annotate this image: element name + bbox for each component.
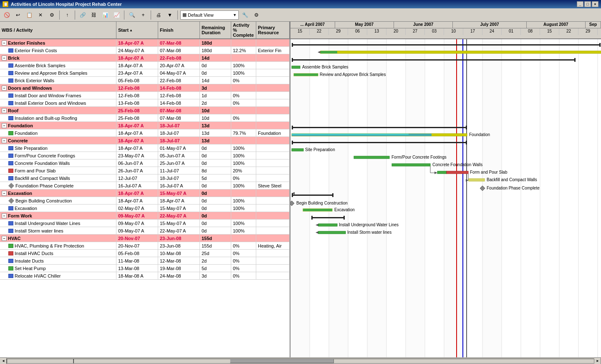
row-hvac-ducts[interactable]: Install HVAC Ducts 05-Feb-08 10-Mar-08 2… xyxy=(0,250,290,257)
horizontal-scrollbar[interactable]: ◄ ► xyxy=(0,357,601,364)
expand-formwork[interactable]: − xyxy=(2,213,7,218)
arrow-icon[interactable]: ↑ xyxy=(62,10,72,20)
plus-icon[interactable]: + xyxy=(138,10,148,20)
copy-icon[interactable]: 📋 xyxy=(24,10,34,20)
expand-roof[interactable]: − xyxy=(2,108,7,113)
expand-concrete[interactable]: − xyxy=(2,138,7,143)
delete-icon[interactable]: ✕ xyxy=(35,10,45,20)
wbs-excavation-task: Excavation xyxy=(0,205,116,212)
pct-formwork xyxy=(231,212,256,219)
expand-excavation[interactable]: − xyxy=(2,191,7,196)
maximize-button[interactable]: □ xyxy=(584,1,591,7)
finish-brick-walls: 22-Feb-08 xyxy=(158,77,200,84)
finish-found-complete: 16-Jul-07 A xyxy=(158,182,200,189)
unlink-icon[interactable]: ⛓ xyxy=(89,10,99,20)
row-exterior-doors[interactable]: Install Exterior Doors and Windows 13-Fe… xyxy=(0,99,290,107)
row-assemble-brick[interactable]: Assemble Brick Samples 18-Apr-07 A 20-Ap… xyxy=(0,62,290,69)
row-excavation-task[interactable]: Excavation 02-May-07 A 15-May-07 A 0d 10… xyxy=(0,205,290,212)
start-header[interactable]: Start ▲ xyxy=(116,22,158,38)
undo-icon[interactable]: ↩ xyxy=(13,10,23,20)
remaining-header[interactable]: Remaining Duration xyxy=(200,22,231,38)
row-foundation-group[interactable]: − Foundation 18-Apr-07 A 18-Jul-07 13d xyxy=(0,122,290,129)
label-conc-walls: Concrete Foundation Walls xyxy=(432,162,482,167)
view-selector[interactable]: ▦ Default View ▼ xyxy=(180,10,239,20)
row-door-frames[interactable]: Install Door and Window Frames 12-Feb-08… xyxy=(0,92,290,99)
res-hvac-plumb: Heating, Air xyxy=(256,242,290,249)
svg-rect-33 xyxy=(292,59,576,61)
app-icon: 📋 xyxy=(3,1,8,7)
expand-hvac[interactable]: − xyxy=(2,236,7,241)
row-begin-construction[interactable]: Begin Building Construction 18-Apr-07 A … xyxy=(0,197,290,205)
print-arrow[interactable]: ▼ xyxy=(165,10,175,20)
scroll-right-button[interactable]: ► xyxy=(594,358,601,364)
res-insulate-ducts xyxy=(256,257,290,264)
res-exterior xyxy=(256,39,290,46)
row-hvac-plumb[interactable]: HVAC, Plumbing & Fire Protection 20-Nov-… xyxy=(0,242,290,250)
row-conc-walls[interactable]: Concrete Foundation Walls 06-Jun-07 A 25… xyxy=(0,159,290,167)
minimize-button[interactable]: _ xyxy=(577,1,583,7)
wbs-conc-walls: Concrete Foundation Walls xyxy=(0,159,116,167)
resource-header[interactable]: Primary Resource xyxy=(256,22,290,38)
rem-insulate-ducts: 2d xyxy=(200,257,231,264)
scroll-thumb[interactable] xyxy=(230,359,334,363)
finish-header[interactable]: Finish xyxy=(158,22,200,38)
link-icon[interactable]: 🔗 xyxy=(78,10,88,20)
tools-icon[interactable]: 🔧 xyxy=(240,10,250,20)
row-concrete-footings[interactable]: Form/Pour Concrete Footings 23-May-07 A … xyxy=(0,152,290,159)
scroll-left-track[interactable] xyxy=(7,359,73,364)
row-heat-pump[interactable]: Set Heat Pump 13-Mar-08 19-Mar-08 5d 0% xyxy=(0,265,290,272)
row-insulation[interactable]: Insulation and Built-up Roofing 25-Feb-0… xyxy=(0,114,290,122)
expand-doors[interactable]: − xyxy=(2,86,7,91)
row-brick-walls[interactable]: Brick Exterior Walls 05-Feb-08 22-Feb-08… xyxy=(0,77,290,84)
row-underground[interactable]: Install Underground Water Lines 09-May-0… xyxy=(0,220,290,227)
row-excavation-group[interactable]: − Excavation 18-Apr-07 A 15-May-07 A 0d xyxy=(0,190,290,197)
scroll-track[interactable] xyxy=(73,359,594,364)
wbs-brick-walls: Brick Exterior Walls xyxy=(0,77,116,84)
row-found-complete[interactable]: Foundation Phase Complete 16-Jul-07 A 16… xyxy=(0,182,290,190)
wbs-header[interactable]: WBS / Activity xyxy=(0,22,116,38)
rem-formwork: 0d xyxy=(200,212,231,219)
row-site-prep[interactable]: Site Preparation 18-Apr-07 A 01-May-07 A… xyxy=(0,144,290,152)
progress-form-slab xyxy=(437,171,447,174)
close-button[interactable]: × xyxy=(592,1,598,7)
scroll-left-button[interactable]: ◄ xyxy=(0,358,7,364)
res-hvac xyxy=(256,235,290,242)
row-review-brick[interactable]: Review and Approve Brick Samples 23-Apr-… xyxy=(0,69,290,77)
row-backfill[interactable]: Backfill and Compact Walls 12-Jul-07 18-… xyxy=(0,174,290,182)
wbs-backfill: Backfill and Compact Walls xyxy=(0,174,116,182)
row-doors-windows[interactable]: − Doors and Windows 12-Feb-08 14-Feb-08 … xyxy=(0,84,290,92)
row-exterior-finishes[interactable]: − Exterior Finishes 18-Apr-07 A 07-Mar-0… xyxy=(0,39,290,47)
row-relocate-hvac[interactable]: Relocate HVAC Chiller 18-Mar-08 A 24-Mar… xyxy=(0,272,290,280)
pct-hvac xyxy=(231,235,256,242)
row-storm[interactable]: Install Storm water lines 09-May-07 A 22… xyxy=(0,227,290,235)
row-brick[interactable]: − Brick 18-Apr-07 A 22-Feb-08 14d xyxy=(0,54,290,62)
chart-icon[interactable]: 📈 xyxy=(111,10,121,20)
finish-door-frames: 12-Feb-08 xyxy=(158,92,200,99)
row-roof[interactable]: − Roof 25-Feb-08 07-Mar-08 10d xyxy=(0,107,290,114)
row-foundation-task[interactable]: Foundation 18-Apr-07 A 18-Jul-07 13d 79.… xyxy=(0,129,290,137)
finish-begin-construction: 18-Apr-07 A xyxy=(158,197,200,204)
filter-icon[interactable]: 🔍 xyxy=(127,10,137,20)
row-insulate-ducts[interactable]: Insulate Ducts 11-Mar-08 12-Mar-08 2d 0% xyxy=(0,257,290,265)
options-icon[interactable]: ⚙ xyxy=(251,10,261,20)
res-begin-construction xyxy=(256,197,290,204)
row-hvac[interactable]: − HVAC 20-Nov-07 23-Jun-08 155d xyxy=(0,235,290,242)
expand-foundation[interactable]: − xyxy=(2,123,7,128)
scroll-area[interactable]: − Exterior Finishes 18-Apr-07 A 07-Mar-0… xyxy=(0,39,601,357)
print-icon[interactable]: 🖨 xyxy=(154,10,164,20)
row-concrete[interactable]: − Concrete 18-Apr-07 A 18-Jul-07 13d xyxy=(0,137,290,144)
row-formwork[interactable]: − Form Work 09-May-07 A 22-May-07 A 0d xyxy=(0,212,290,220)
window-controls[interactable]: _ □ × xyxy=(577,1,598,7)
pct-relocate-hvac: 0% xyxy=(231,272,256,279)
progress-excavation xyxy=(303,209,332,211)
settings-icon[interactable]: ⚙ xyxy=(47,10,57,20)
expand-brick[interactable]: − xyxy=(2,56,7,61)
pct-header[interactable]: Activity % Complete xyxy=(231,22,256,38)
activity-icon[interactable]: 📊 xyxy=(100,10,110,20)
stop-icon[interactable]: 🚫 xyxy=(2,10,12,20)
month-may: May 2007 xyxy=(335,22,394,28)
row-form-slab[interactable]: Form and Pour Slab 26-Jun-07 A 11-Jul-07… xyxy=(0,167,290,174)
expand-exterior[interactable]: − xyxy=(2,40,7,46)
res-concrete-footings xyxy=(256,152,290,159)
row-ext-costs[interactable]: Exterior Finish Costs 24-May-07 A 07-Mar… xyxy=(0,47,290,54)
